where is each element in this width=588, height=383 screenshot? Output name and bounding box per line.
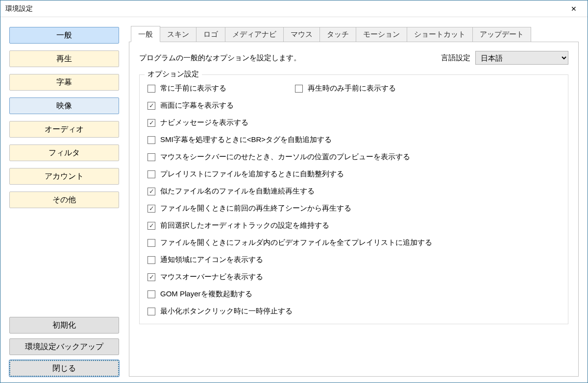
preferences-window: 環境設定 ✕ 一般再生字幕映像オーディオフィルタアカウントその他 初期化 環境設… [0,0,588,383]
sidebar-categories: 一般再生字幕映像オーディオフィルタアカウントその他 [9,27,119,312]
options-group: オプション設定 常に手前に表示する再生時のみ手前に表示する画面に字幕を表示するナ… [139,74,568,324]
sidebar-actions: 初期化 環境設定バックアップ 閉じる [9,317,119,377]
option-label-9: ファイルを開くときにフォルダ内のビデオファイルを全てプレイリストに追加する [160,238,432,247]
sidebar-item-5[interactable]: フィルタ [9,144,119,161]
checkbox-13[interactable] [147,308,155,315]
sidebar: 一般再生字幕映像オーディオフィルタアカウントその他 初期化 環境設定バックアップ… [9,27,119,377]
panel-description: プログラムの一般的なオプションを設定します。 [139,53,301,63]
language-label: 言語設定 [441,53,470,63]
checkbox-0b[interactable] [295,85,303,93]
tab-2[interactable]: ロゴ [196,27,225,42]
option-label-6: 似たファイル名のファイルを自動連続再生する [160,187,315,196]
option-label-13: 最小化ボタンクリック時に一時停止する [160,307,293,316]
titlebar: 環境設定 ✕ [0,0,588,17]
option-row-8[interactable]: 前回選択したオーディオトラックの設定を維持する [147,221,560,230]
main-panel: 一般スキンロゴメディアナビマウスタッチモーションショートカットアップデート プロ… [129,27,579,377]
close-icon: ✕ [571,5,577,13]
option-row-5[interactable]: プレイリストにファイルを追加するときに自動整列する [147,169,560,179]
sidebar-item-3[interactable]: 映像 [9,97,119,114]
checkbox-10[interactable] [147,256,155,264]
option-row-2[interactable]: ナビメッセージを表示する [147,118,560,127]
checkbox-11[interactable] [147,273,155,281]
tab-bar: 一般スキンロゴメディアナビマウスタッチモーションショートカットアップデート [129,27,579,42]
checkbox-2[interactable] [147,119,155,127]
option-row-10[interactable]: 通知領域にアイコンを表示する [147,255,560,264]
window-close-button[interactable]: ✕ [564,2,584,16]
options-list: 常に手前に表示する再生時のみ手前に表示する画面に字幕を表示するナビメッセージを表… [147,84,560,316]
tab-1[interactable]: スキン [160,27,196,42]
option-pair-0: 常に手前に表示する再生時のみ手前に表示する [147,84,560,93]
option-label-0a: 常に手前に表示する [160,84,226,93]
option-label-7: ファイルを開くときに前回の再生終了シーンから再生する [160,204,351,213]
option-label-4: マウスをシークバーにのせたとき、カーソルの位置のプレビューを表示する [160,152,410,162]
checkbox-1[interactable] [147,102,155,110]
tab-5[interactable]: タッチ [319,27,356,42]
language-row: 言語設定 日本語 [441,51,568,65]
checkbox-8[interactable] [147,222,155,230]
checkbox-9[interactable] [147,239,155,247]
tab-3[interactable]: メディアナビ [225,27,284,42]
panel-header: プログラムの一般的なオプションを設定します。 言語設定 日本語 [139,51,568,65]
tab-8[interactable]: アップデート [472,27,531,42]
sidebar-item-4[interactable]: オーディオ [9,121,119,138]
checkbox-12[interactable] [147,290,155,298]
sidebar-item-2[interactable]: 字幕 [9,74,119,91]
reset-button[interactable]: 初期化 [9,317,119,334]
option-row-13[interactable]: 最小化ボタンクリック時に一時停止する [147,307,560,316]
tab-0[interactable]: 一般 [131,26,160,42]
option-row-11[interactable]: マウスオーバーナビを表示する [147,272,560,282]
option-label-2: ナビメッセージを表示する [160,118,248,127]
option-row-0a[interactable]: 常に手前に表示する [147,84,226,93]
option-label-10: 通知領域にアイコンを表示する [160,255,263,264]
checkbox-6[interactable] [147,188,155,195]
tab-4[interactable]: マウス [283,27,320,42]
content: 一般再生字幕映像オーディオフィルタアカウントその他 初期化 環境設定バックアップ… [0,17,588,383]
group-title: オプション設定 [145,70,202,79]
tab-panel-general: プログラムの一般的なオプションを設定します。 言語設定 日本語 オプション設定 … [129,42,579,377]
option-label-3: SMI字幕を処理するときに<BR>タグを自動追加する [160,135,332,144]
option-row-1[interactable]: 画面に字幕を表示する [147,101,560,110]
tab-6[interactable]: モーション [356,27,407,42]
checkbox-4[interactable] [147,153,155,161]
option-label-5: プレイリストにファイルを追加するときに自動整列する [160,169,344,179]
language-select[interactable]: 日本語 [475,51,568,65]
window-title: 環境設定 [5,4,33,13]
tab-7[interactable]: ショートカット [407,27,473,42]
option-label-8: 前回選択したオーディオトラックの設定を維持する [160,221,329,230]
option-row-7[interactable]: ファイルを開くときに前回の再生終了シーンから再生する [147,204,560,213]
backup-button[interactable]: 環境設定バックアップ [9,338,119,355]
option-row-12[interactable]: GOM Playerを複数起動する [147,289,560,299]
sidebar-item-6[interactable]: アカウント [9,168,119,185]
sidebar-item-7[interactable]: その他 [9,192,119,208]
option-label-1: 画面に字幕を表示する [160,101,234,110]
close-button[interactable]: 閉じる [9,360,119,377]
sidebar-item-1[interactable]: 再生 [9,50,119,67]
option-row-4[interactable]: マウスをシークバーにのせたとき、カーソルの位置のプレビューを表示する [147,152,560,162]
checkbox-0a[interactable] [147,85,155,93]
option-row-6[interactable]: 似たファイル名のファイルを自動連続再生する [147,187,560,196]
checkbox-7[interactable] [147,205,155,213]
option-label-11: マウスオーバーナビを表示する [160,272,263,282]
sidebar-item-0[interactable]: 一般 [9,27,119,44]
option-row-0b[interactable]: 再生時のみ手前に表示する [295,84,396,93]
checkbox-3[interactable] [147,136,155,144]
option-label-12: GOM Playerを複数起動する [160,289,252,299]
option-row-3[interactable]: SMI字幕を処理するときに<BR>タグを自動追加する [147,135,560,144]
checkbox-5[interactable] [147,170,155,178]
option-label-0b: 再生時のみ手前に表示する [308,84,396,93]
option-row-9[interactable]: ファイルを開くときにフォルダ内のビデオファイルを全てプレイリストに追加する [147,238,560,247]
